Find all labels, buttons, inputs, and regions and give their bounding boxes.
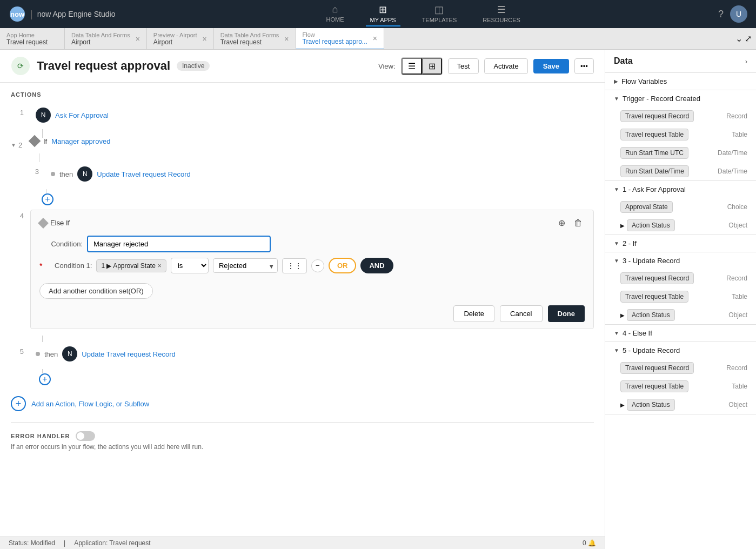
action-then-5-label[interactable]: Update Travel request Record [82,350,175,358]
if-diamond [29,135,41,148]
add-condition-btn[interactable]: Add another condition set(OR) [39,283,153,299]
else-if-add-btn[interactable]: ⊕ [556,217,567,229]
if-header[interactable]: ▼ 2 - If [605,235,756,252]
then-keyword-3: then [59,170,73,178]
condition-value-select[interactable]: Rejected Approved Pending [213,258,278,273]
panel-item-run-start-utc: Run Start Time UTC Date/Time [605,144,756,162]
right-panel: Data › ▶ Flow Variables ▼ Trigger - Reco… [605,50,756,549]
condition-op-wrap: is is not [171,258,209,273]
panel-tag-update2-travel-record[interactable]: Travel request Record [620,362,694,374]
condition-name-input[interactable] [87,236,271,252]
action-status-3-expand[interactable]: ▶ [620,312,625,318]
tab-data-table-close[interactable]: × [136,35,140,43]
tab-app-home[interactable]: App Home Travel request [0,28,65,50]
nav-resources[interactable]: ☰ RESOURCES [478,2,525,26]
action-ask-approval[interactable]: N Ask For Approval [30,104,594,126]
then-section: 3 then N Update Travel request Record [11,153,594,205]
condition-tag-close[interactable]: × [158,262,162,270]
action-then-label[interactable]: Update Travel request Record [97,170,190,178]
connector-5 [11,336,594,342]
add-action-row[interactable]: + Add an Action, Flow Logic, or Subflow [11,392,594,416]
ask-approval-header[interactable]: ▼ 1 - Ask For Approval [605,181,756,198]
main-content: ⟳ Travel request approval Inactive View:… [0,50,756,549]
or-btn[interactable]: OR [329,258,357,273]
test-button[interactable]: Test [448,58,479,74]
minus-btn[interactable]: − [311,259,324,272]
expand-icon-2[interactable]: ▼ [11,142,16,148]
nav-my-apps[interactable]: ⊞ MY APPS [366,2,400,26]
panel-item-action-status-3: ▶ Action Status Object [605,306,756,324]
panel-tag-action-status-1[interactable]: Action Status [627,219,675,231]
help-icon[interactable]: ? [718,9,724,20]
nav-resources-label: RESOURCES [483,17,520,23]
tab-data-table-2-close[interactable]: × [284,35,289,43]
panel-tag-update-travel-record[interactable]: Travel request Record [620,272,694,284]
error-handler-toggle[interactable] [76,431,95,441]
view-list-btn[interactable]: ☰ [402,58,422,75]
panel-expand-icon[interactable]: › [745,57,747,65]
add-action-label[interactable]: Add an Action, Flow Logic, or Subflow [31,400,149,408]
filter-btn[interactable]: ⋮⋮ [282,258,307,273]
connector-add-5: + [11,369,594,385]
flow-variables-arrow: ▶ [614,78,618,84]
condition-name-label: Condition: [39,240,83,248]
tab-data-table[interactable]: Data Table And Forms Airport × [65,28,147,50]
action-status-1-expand[interactable]: ▶ [620,223,625,229]
else-if-section-header[interactable]: ▼ 4 - Else If [605,325,756,342]
tab-flow[interactable]: Flow Travel request appro... × [296,28,384,50]
resources-icon: ☰ [497,4,506,16]
view-grid-btn[interactable]: ⊞ [422,58,442,75]
delete-button[interactable]: Delete [453,305,494,322]
add-after-5-btn[interactable]: + [39,373,51,385]
else-if-actions: ⊕ 🗑 [556,217,585,229]
cancel-button[interactable]: Cancel [500,305,542,322]
panel-tag-run-start-datetime[interactable]: Run Start Date/Time [620,165,689,177]
nav-templates[interactable]: ◫ TEMPLATES [418,2,461,26]
nav-templates-label: TEMPLATES [422,17,457,23]
add-condition-wrap: Add another condition set(OR) [39,279,585,299]
nav-home-label: HOME [326,16,344,23]
tab-flow-close[interactable]: × [373,34,377,43]
action-row-2: ▼ 2 If Manager approved [11,137,594,149]
panel-tag-travel-record[interactable]: Travel request Record [620,110,694,122]
more-button[interactable]: ••• [574,58,594,74]
action-status-5-expand[interactable]: ▶ [620,402,625,408]
activate-button[interactable]: Activate [484,58,527,74]
user-avatar[interactable]: U [730,5,747,23]
panel-tag-action-status-5[interactable]: Action Status [627,399,675,411]
svg-text:now: now [10,10,25,18]
condition-tag[interactable]: 1 ▶ Approval State × [96,259,166,272]
done-button[interactable]: Done [548,305,585,322]
tab-preview-close[interactable]: × [203,35,207,43]
update-record-2-header[interactable]: ▼ 5 - Update Record [605,342,756,359]
update-record-header[interactable]: ▼ 3 - Update Record [605,252,756,269]
add-then-btn[interactable]: + [42,193,53,205]
panel-title: Data [614,56,633,66]
and-btn[interactable]: AND [360,258,393,273]
panel-tag-approval-state[interactable]: Approval State [620,201,673,213]
tab-overflow-icon[interactable]: ⌄ [735,34,742,44]
save-button[interactable]: Save [533,59,569,73]
tab-data-table-2[interactable]: Data Table And Forms Travel request × [214,28,296,50]
if-condition-label[interactable]: Manager approved [51,137,110,145]
trigger-header[interactable]: ▼ Trigger - Record Created [605,90,756,107]
nav-home[interactable]: ⌂ HOME [322,2,349,26]
panel-item-update2-travel-table: Travel request Table Table [605,377,756,396]
action-ask-approval-label[interactable]: Ask For Approval [55,111,109,119]
panel-tag-action-status-3[interactable]: Action Status [627,309,675,321]
panel-tag-travel-table[interactable]: Travel request Table [620,129,688,140]
condition-op-select[interactable]: is is not [171,258,209,273]
tab-preview[interactable]: Preview - Airport Airport × [147,28,214,50]
else-if-delete-btn[interactable]: 🗑 [572,217,585,229]
panel-tag-update2-travel-table[interactable]: Travel request Table [620,380,688,392]
panel-tag-update-travel-table[interactable]: Travel request Table [620,291,688,303]
app-logo[interactable]: now | now App Engine Studio [9,5,115,23]
flow-variables-header[interactable]: ▶ Flow Variables [605,73,756,90]
error-handler-label: ERROR HANDLER [11,433,70,439]
panel-item-action-status-5: ▶ Action Status Object [605,396,756,414]
tab-expand-icon[interactable]: ⤢ [745,34,752,44]
home-icon: ⌂ [332,4,338,15]
panel-tag-run-start-utc[interactable]: Run Start Time UTC [620,147,688,159]
add-then-connector: + [26,189,594,205]
error-handler: ERROR HANDLER If an error occurs in your… [11,422,594,451]
